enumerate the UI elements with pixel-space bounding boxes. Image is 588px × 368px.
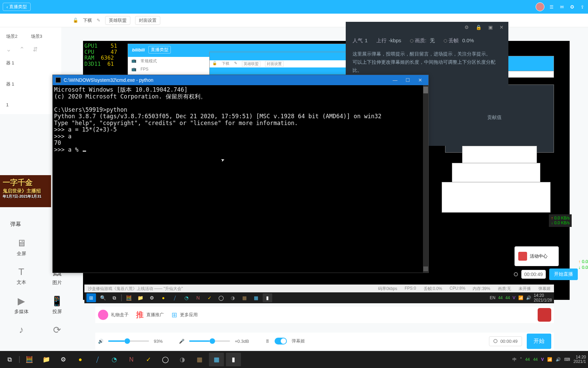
keyboard-icon[interactable]: ⌨: [564, 357, 570, 362]
settings-icon[interactable]: ⚙: [56, 353, 71, 366]
edit-icon[interactable]: ✎: [97, 18, 100, 23]
chevron-up-icon[interactable]: ˄: [520, 357, 522, 362]
cmd-icon[interactable]: ▮: [226, 353, 241, 366]
net-speed-badge: 0.0 KB/s 0.0 KB/s: [549, 214, 572, 227]
medal-icon[interactable]: ✪: [569, 4, 575, 10]
clock[interactable]: 14:20 2021/1: [573, 355, 586, 364]
single1[interactable]: 1: [0, 99, 61, 111]
maximize-icon[interactable]: ▣: [488, 25, 493, 30]
gain-slider[interactable]: [189, 340, 230, 342]
push-icon: 推: [136, 310, 144, 320]
share-icon[interactable]: ⇪: [579, 4, 585, 10]
app-icon[interactable]: ●: [159, 293, 168, 302]
more-apps-button[interactable]: ⊞更多应用: [172, 311, 198, 319]
cover-settings-button[interactable]: 封面设置: [135, 16, 160, 25]
app-icon[interactable]: ◑: [228, 293, 238, 302]
hero-league-button[interactable]: 英雄联盟: [105, 16, 130, 25]
close-icon[interactable]: ✕: [500, 25, 504, 30]
wifi-icon[interactable]: 📶: [518, 295, 523, 300]
scroll-thumb[interactable]: [423, 266, 428, 271]
lang-indicator[interactable]: EN: [490, 295, 495, 300]
tool-up-icon[interactable]: ⌃: [19, 46, 24, 53]
text-button[interactable]: T文本: [3, 266, 39, 286]
onenote-icon[interactable]: N: [193, 293, 203, 302]
scene-item[interactable]: 场景2: [0, 31, 23, 42]
fullscreen-button[interactable]: 🖥全屏: [3, 237, 39, 257]
cast-button[interactable]: 📱投屏: [39, 295, 75, 315]
promo-banner[interactable]: 一字千金 鬼启世录》主播招 年1月7日-2021年1月31: [0, 175, 51, 207]
edge-icon[interactable]: ◔: [107, 353, 122, 366]
cmd-body[interactable]: Microsoft Windows [版本 10.0.19042.746] (c…: [53, 85, 428, 168]
minimize-icon[interactable]: —: [393, 77, 397, 83]
scene-item[interactable]: 场景3: [25, 31, 48, 42]
gift-box-button[interactable]: 礼物盒子: [98, 310, 129, 320]
tab-contribution[interactable]: 贡献值: [487, 114, 502, 121]
tab-chess[interactable]: 下棋: [83, 17, 92, 24]
lang-indicator[interactable]: 中: [512, 357, 517, 363]
onenote-icon[interactable]: N: [124, 353, 139, 366]
group1[interactable]: 器 1: [0, 57, 61, 70]
vscode-icon[interactable]: ⧸: [170, 293, 180, 302]
speaker-icon[interactable]: 🔊: [98, 339, 103, 344]
taskview-icon[interactable]: ⧉: [2, 353, 17, 366]
app-icon[interactable]: ●: [73, 353, 88, 366]
activity-center[interactable]: 活动中心: [514, 246, 559, 266]
mail-icon[interactable]: ✉: [559, 4, 565, 10]
ticktick-icon[interactable]: ✓: [205, 293, 214, 302]
play-icon: ▶: [18, 295, 25, 307]
grid-icon: ⊞: [172, 311, 177, 319]
volume-icon[interactable]: 🔊: [526, 295, 531, 300]
cmd-titlebar[interactable]: C:\WINDOWS\system32\cmd.exe - python — ☐…: [53, 75, 428, 85]
tool-sort-icon[interactable]: ⇵: [33, 46, 38, 53]
maximize-icon[interactable]: ☐: [406, 77, 410, 83]
lock-icon[interactable]: 🔒: [476, 25, 481, 30]
recording-timer-row: 00:00:49 开始直播: [514, 269, 578, 280]
volume-icon[interactable]: 🔊: [556, 357, 561, 362]
cmd-window[interactable]: C:\WINDOWS\system32\cmd.exe - python — ☐…: [52, 75, 429, 273]
media-button[interactable]: ▶多媒体: [3, 295, 39, 315]
chrome-icon[interactable]: ◯: [158, 353, 173, 366]
refresh-button[interactable]: ⟳: [39, 324, 75, 336]
app-icon[interactable]: ▦: [192, 353, 207, 366]
vscode-icon[interactable]: ⧸: [90, 353, 105, 366]
equalizer-icon[interactable]: 🎚: [265, 339, 270, 344]
stream-push-button[interactable]: 推直播推广: [136, 310, 164, 320]
danmu-toggle[interactable]: [275, 338, 287, 344]
group1b[interactable]: 器 1: [0, 78, 61, 91]
scrollbar[interactable]: [423, 85, 428, 273]
cmd-icon: [55, 77, 61, 83]
search-icon[interactable]: 🔍: [98, 293, 108, 302]
stream-type-button[interactable]: ‹ 直播类型: [3, 3, 31, 11]
app-icon[interactable]: ◑: [175, 353, 190, 366]
menu-icon[interactable]: ☰: [549, 4, 555, 10]
bilibili-icon[interactable]: ▦: [251, 293, 261, 302]
avatar[interactable]: [536, 2, 544, 11]
settings-icon[interactable]: ⚙: [147, 293, 157, 302]
wifi-icon[interactable]: 📶: [547, 357, 552, 362]
cmd-icon[interactable]: ▮: [263, 293, 272, 302]
start-button[interactable]: 开始: [527, 334, 551, 349]
edge-icon[interactable]: ◔: [182, 293, 191, 302]
ticktick-icon[interactable]: ✓: [141, 353, 156, 366]
bilibili-icon[interactable]: ▦: [209, 353, 224, 366]
start-stream-button[interactable]: 开始直播: [549, 269, 578, 280]
mic-icon[interactable]: 🎤: [179, 339, 184, 344]
calculator-icon[interactable]: 🧮: [124, 293, 133, 302]
promo-square[interactable]: [538, 308, 551, 322]
close-icon[interactable]: ✕: [418, 77, 422, 83]
music-button[interactable]: ♪: [3, 324, 39, 336]
app-icon[interactable]: ▦: [240, 293, 249, 302]
activity-label: 活动中心: [530, 253, 548, 259]
windows-start-icon[interactable]: ⊞: [86, 293, 96, 302]
explorer-icon[interactable]: 📁: [135, 293, 145, 302]
volume-slider[interactable]: [108, 340, 149, 342]
lock-icon[interactable]: 🔓: [73, 18, 78, 23]
gear-icon[interactable]: ⚙: [464, 25, 469, 30]
calculator-icon[interactable]: 🧮: [22, 353, 37, 366]
tool-down-icon[interactable]: ⌄: [6, 46, 11, 53]
clock[interactable]: 14:20 2021/1/28: [534, 293, 552, 303]
scroll-thumb[interactable]: [423, 87, 428, 93]
chrome-icon[interactable]: ◯: [216, 293, 226, 302]
explorer-icon[interactable]: 📁: [39, 353, 54, 366]
taskview-icon[interactable]: ⧉: [110, 293, 119, 302]
